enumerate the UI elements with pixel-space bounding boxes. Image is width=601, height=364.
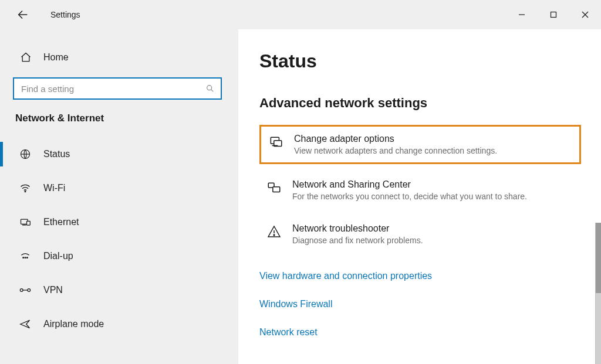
sidebar-item-wifi[interactable]: Wi-Fi xyxy=(0,171,238,205)
main-content: Status Advanced network settings Change … xyxy=(238,29,601,364)
close-button[interactable] xyxy=(569,0,601,29)
svg-rect-9 xyxy=(27,221,31,225)
ethernet-icon xyxy=(18,216,33,228)
window-title: Settings xyxy=(50,10,80,19)
sidebar-item-home[interactable]: Home xyxy=(0,47,238,68)
link-network-reset[interactable]: Network reset xyxy=(259,322,581,342)
option-desc: View network adapters and change connect… xyxy=(294,146,497,155)
page-title: Status xyxy=(259,50,581,72)
arrow-left-icon xyxy=(16,8,29,21)
scrollbar[interactable] xyxy=(595,223,601,364)
option-troubleshooter[interactable]: Network troubleshooter Diagnose and fix … xyxy=(259,216,581,252)
option-change-adapter[interactable]: Change adapter options View network adap… xyxy=(259,125,581,164)
link-hardware-properties[interactable]: View hardware and connection properties xyxy=(259,266,581,286)
scrollbar-thumb[interactable] xyxy=(596,223,601,293)
option-title: Network and Sharing Center xyxy=(292,179,527,190)
svg-point-13 xyxy=(27,257,28,258)
link-list: View hardware and connection properties … xyxy=(259,266,581,342)
close-icon xyxy=(582,11,589,18)
sidebar-item-label: Airplane mode xyxy=(43,319,104,329)
home-icon xyxy=(18,52,34,63)
window-controls xyxy=(506,0,601,29)
svg-point-23 xyxy=(274,234,275,236)
sidebar: Home Network & Internet Status Wi-Fi xyxy=(0,29,238,364)
svg-rect-1 xyxy=(551,12,556,18)
svg-point-12 xyxy=(25,257,26,258)
sidebar-item-label: Ethernet xyxy=(43,217,79,227)
sidebar-item-label: Home xyxy=(43,52,69,63)
maximize-icon xyxy=(550,11,557,18)
sidebar-item-status[interactable]: Status xyxy=(0,137,238,171)
sidebar-item-label: Status xyxy=(43,149,70,159)
option-sharing-center[interactable]: Network and Sharing Center For the netwo… xyxy=(259,172,581,208)
warning-icon xyxy=(265,224,283,245)
minimize-button[interactable] xyxy=(506,0,538,29)
search-icon xyxy=(205,84,215,93)
options-list: Change adapter options View network adap… xyxy=(259,125,581,252)
option-title: Change adapter options xyxy=(294,134,497,144)
adapter-icon xyxy=(267,135,285,155)
network-status-icon xyxy=(18,148,33,160)
search-container xyxy=(13,77,225,100)
option-title: Network troubleshooter xyxy=(292,223,423,234)
sidebar-item-ethernet[interactable]: Ethernet xyxy=(0,205,238,239)
svg-rect-21 xyxy=(273,187,280,192)
dialup-icon xyxy=(18,250,33,262)
sidebar-item-dialup[interactable]: Dial-up xyxy=(0,239,238,273)
search-input[interactable] xyxy=(20,83,205,94)
title-bar: Settings xyxy=(0,0,601,29)
svg-point-7 xyxy=(25,191,26,192)
svg-line-5 xyxy=(211,90,214,92)
svg-point-14 xyxy=(20,289,23,292)
wifi-icon xyxy=(18,182,33,194)
sidebar-item-airplane[interactable]: Airplane mode xyxy=(0,307,238,341)
option-desc: For the networks you connect to, decide … xyxy=(292,192,527,201)
sidebar-item-label: VPN xyxy=(43,285,63,295)
sidebar-item-label: Wi-Fi xyxy=(43,183,65,193)
sidebar-group-title: Network & Internet xyxy=(15,113,238,124)
sharing-icon xyxy=(265,181,283,201)
svg-point-15 xyxy=(28,289,31,292)
maximize-button[interactable] xyxy=(538,0,569,29)
svg-point-4 xyxy=(207,86,212,90)
sidebar-item-label: Dial-up xyxy=(43,251,73,261)
back-button[interactable] xyxy=(13,5,33,25)
link-windows-firewall[interactable]: Windows Firewall xyxy=(259,294,581,314)
search-box[interactable] xyxy=(13,77,222,100)
sidebar-item-vpn[interactable]: VPN xyxy=(0,273,238,307)
section-title: Advanced network settings xyxy=(259,96,581,111)
option-desc: Diagnose and fix network problems. xyxy=(292,236,423,245)
airplane-icon xyxy=(18,318,33,330)
minimize-icon xyxy=(518,11,525,18)
vpn-icon xyxy=(18,284,33,296)
svg-point-11 xyxy=(23,257,24,258)
